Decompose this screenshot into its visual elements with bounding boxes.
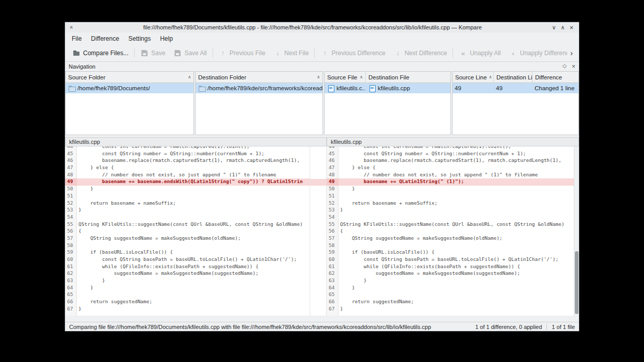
source-folder-path: /home/fhek789/Documents/ bbox=[77, 85, 150, 91]
maximize-icon[interactable] bbox=[558, 24, 567, 31]
next-difference-label: Next Difference bbox=[405, 50, 447, 57]
source-line-column-header[interactable]: Source Line bbox=[453, 72, 494, 83]
code-line: basename.replace(rmatch.capturedStart(1)… bbox=[339, 157, 574, 164]
line-number: 67 bbox=[327, 306, 339, 313]
status-differences: 1 of 1 difference, 0 applied bbox=[475, 324, 542, 330]
code-line: } bbox=[339, 306, 574, 313]
code-line: } bbox=[77, 186, 310, 193]
menu-file[interactable]: File bbox=[67, 32, 86, 45]
files-panel: Source File Destination File kfileutils.… bbox=[324, 71, 451, 135]
line-number: 57 bbox=[327, 235, 339, 242]
dock-close-icon[interactable] bbox=[572, 63, 575, 70]
line-number: 61 bbox=[327, 264, 339, 271]
destination-folder-column-header[interactable]: Destination Folder bbox=[196, 72, 323, 83]
source-pane-title: kfileutils.cpp bbox=[65, 137, 327, 146]
save-label: Save bbox=[151, 50, 165, 57]
code-line: QString suggestedName = makeSuggestedNam… bbox=[339, 235, 574, 242]
code-line: QString KFileUtils::suggestName(const QU… bbox=[339, 221, 574, 228]
destination-file-column-header[interactable]: Destination File bbox=[366, 72, 450, 83]
line-number: 59 bbox=[327, 249, 339, 256]
vertical-scrollbar[interactable] bbox=[574, 146, 579, 316]
chevron-left-icon bbox=[509, 49, 517, 57]
line-number: 46 bbox=[327, 157, 339, 164]
source-file-column-header[interactable]: Source File bbox=[325, 72, 366, 83]
line-number: 52 bbox=[65, 200, 77, 207]
window-shade-icon[interactable] bbox=[68, 24, 75, 30]
code-line: } bbox=[339, 285, 574, 292]
code-line: } else { bbox=[77, 164, 310, 172]
toolbar-separator bbox=[314, 48, 315, 58]
minimize-icon[interactable] bbox=[550, 24, 558, 31]
destination-code-pane[interactable]: 4445464748495051525354555657585960616263… bbox=[327, 146, 574, 316]
line-number: 57 bbox=[65, 235, 77, 242]
code-line: QString KFileUtils::suggestName(const QU… bbox=[77, 221, 310, 228]
code-line: return suggestedName; bbox=[339, 299, 574, 306]
line-number: 65 bbox=[65, 291, 77, 299]
horizontal-scrollbar[interactable] bbox=[65, 316, 579, 322]
source-folder-row[interactable]: /home/fhek789/Documents/ bbox=[66, 83, 194, 93]
code-line: } bbox=[77, 285, 310, 292]
line-number: 53 bbox=[327, 207, 339, 214]
compare-files-button[interactable]: Compare Files... bbox=[68, 46, 133, 60]
destination-folder-row[interactable]: /home/fhek789/kde/src/frameworks/kcoread… bbox=[196, 83, 323, 93]
line-number: 47 bbox=[327, 164, 339, 172]
next-file-button: Next File bbox=[269, 46, 313, 60]
destination-line-numbers: 4445464748495051525354555657585960616263… bbox=[327, 146, 339, 313]
source-folder-panel: Source Folder /home/fhek789/Documents/ bbox=[65, 71, 194, 135]
difference-row[interactable]: 49 49 Changed 1 line bbox=[453, 83, 578, 93]
title-bar[interactable]: file:///home/fhek789/Documents/kfileutil… bbox=[65, 22, 579, 32]
code-line: const QString number = QString::number(c… bbox=[77, 151, 310, 158]
line-number: 63 bbox=[65, 277, 77, 285]
code-line: basename += basename.endsWith(QLatin1Str… bbox=[77, 178, 310, 186]
code-line: while (QFileInfo::exists(basePath + sugg… bbox=[339, 264, 574, 271]
save-all-button: Save All bbox=[169, 46, 211, 60]
line-number: 60 bbox=[327, 256, 339, 264]
destination-line-value: 49 bbox=[494, 83, 533, 93]
code-line bbox=[339, 242, 574, 250]
source-folder-column-header[interactable]: Source Folder bbox=[66, 72, 194, 83]
line-number: 55 bbox=[65, 221, 77, 228]
line-number: 51 bbox=[327, 193, 339, 200]
source-file-header-label: Source File bbox=[327, 74, 357, 80]
toolbar-overflow-icon[interactable]: › bbox=[567, 49, 576, 57]
code-line: } bbox=[77, 306, 310, 313]
save-all-icon bbox=[173, 49, 182, 57]
difference-column-header[interactable]: Difference bbox=[533, 72, 578, 83]
code-line bbox=[339, 214, 574, 221]
code-line: if (baseURL.isLocalFile()) { bbox=[339, 249, 574, 256]
line-number: 54 bbox=[327, 214, 339, 221]
close-icon[interactable] bbox=[567, 24, 576, 31]
source-code-pane[interactable]: 4445464748495051525354555657585960616263… bbox=[65, 146, 310, 316]
code-line: return suggestedName; bbox=[77, 299, 310, 306]
cpp-file-icon bbox=[327, 84, 335, 92]
compare-files-label: Compare Files... bbox=[83, 50, 128, 57]
menu-help[interactable]: Help bbox=[155, 32, 178, 45]
folder-icon bbox=[72, 49, 81, 57]
toolbar-separator bbox=[213, 48, 213, 58]
line-number: 63 bbox=[327, 277, 339, 285]
line-number: 66 bbox=[65, 299, 77, 306]
menu-difference[interactable]: Difference bbox=[86, 32, 123, 45]
dock-float-icon[interactable] bbox=[562, 63, 567, 70]
destination-line-column-header[interactable]: Destination Line bbox=[494, 72, 533, 83]
code-line bbox=[77, 242, 310, 250]
code-line: } bbox=[77, 277, 310, 285]
line-number: 48 bbox=[65, 172, 77, 179]
desktop-background: file:///home/fhek789/Documents/kfileutil… bbox=[0, 0, 644, 362]
line-number: 45 bbox=[327, 151, 339, 158]
save-button: Save bbox=[136, 46, 169, 60]
destination-code: const int currentNum = rmatch.captured(1… bbox=[339, 146, 574, 313]
folder-icon bbox=[68, 84, 76, 92]
toolbar-buttons: Compare Files...SaveSave AllPrevious Fil… bbox=[68, 46, 567, 60]
vertical-scrollbar-thumb[interactable] bbox=[575, 251, 578, 314]
code-line: } bbox=[77, 207, 310, 214]
code-line: { bbox=[77, 228, 310, 235]
unapply-difference-button: Unapply Difference bbox=[505, 46, 567, 60]
code-line bbox=[77, 291, 310, 299]
files-row[interactable]: kfileutils.c... kfileutils.cpp bbox=[325, 83, 450, 93]
source-folder-header-label: Source Folder bbox=[68, 74, 105, 80]
menu-settings[interactable]: Settings bbox=[124, 32, 155, 45]
source-file-name: kfileutils.c... bbox=[336, 85, 366, 91]
line-number: 46 bbox=[65, 157, 77, 164]
code-line: basename += QLatin1String(" (1)"); bbox=[339, 178, 574, 186]
